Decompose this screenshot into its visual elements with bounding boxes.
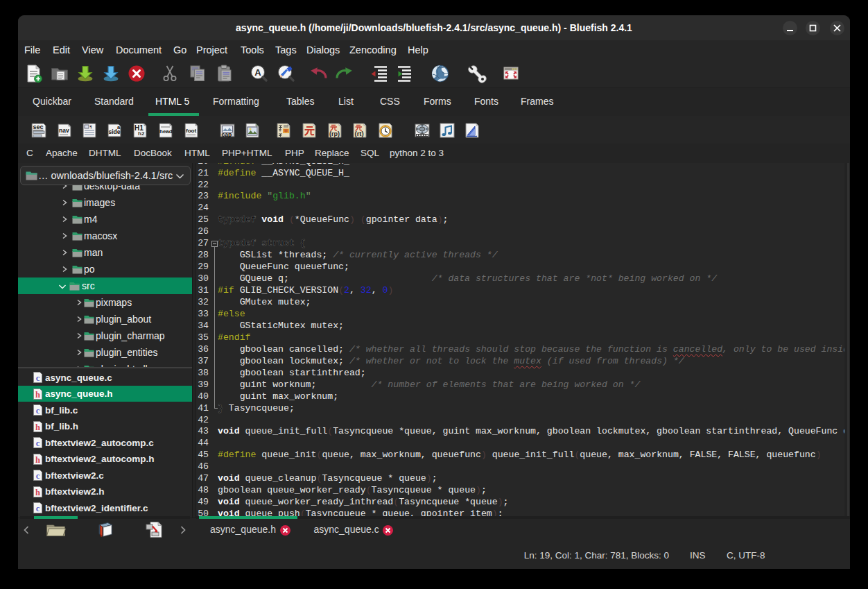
svg-text:nav: nav [59, 127, 69, 134]
svg-text:c: c [36, 406, 40, 416]
svg-text:(rt): (rt) [355, 130, 364, 137]
svg-text:head: head [159, 128, 173, 135]
svg-text:h: h [35, 390, 40, 400]
svg-text:h: h [35, 455, 40, 465]
svg-text:h2: h2 [138, 130, 145, 137]
svg-text:c: c [36, 504, 40, 513]
svg-text:side: side [109, 128, 121, 135]
svg-text:cap: cap [222, 131, 232, 138]
svg-text:sec: sec [33, 123, 44, 130]
svg-text:c: c [36, 438, 40, 448]
svg-text:c: c [36, 471, 40, 481]
svg-text:A: A [254, 67, 261, 78]
svg-text:c: c [36, 373, 40, 383]
svg-text:(rp): (rp) [329, 130, 340, 137]
svg-text:h: h [35, 422, 40, 432]
svg-text:foot: foot [186, 128, 196, 134]
svg-text:h: h [35, 488, 40, 497]
